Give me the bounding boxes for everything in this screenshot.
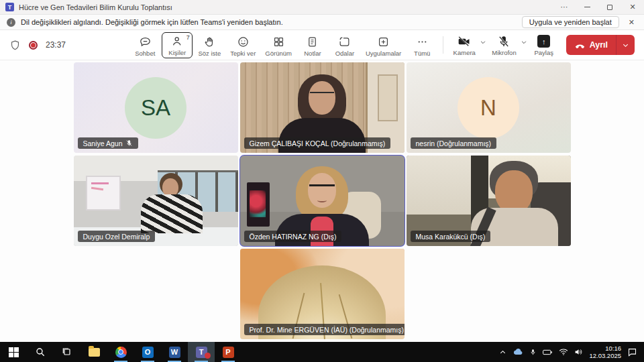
leave-button[interactable]: Ayrıl — [566, 35, 635, 55]
minimize-icon — [584, 7, 590, 7]
hangup-icon — [574, 40, 586, 51]
teams-app-icon: T — [5, 3, 14, 11]
participant-name-tag: Prof. Dr. Mine ERGÜVEN (İAÜ) (Doğrulanma… — [244, 324, 405, 335]
shield-icon — [9, 40, 21, 51]
meeting-timer: 23:37 — [46, 40, 66, 50]
mic-off-icon — [497, 35, 511, 48]
teams-meeting-window: T Hücre ve Gen Tedavileri Bilim Kurulu T… — [0, 0, 644, 362]
participant-tile[interactable]: Musa Karakükcü (Dış) — [407, 156, 571, 246]
participant-tile-active-speaker[interactable]: Özden HATIRNAZ NG (Dış) — [240, 156, 405, 246]
mic-options-chevron[interactable] — [521, 36, 527, 48]
search-icon — [35, 347, 46, 357]
notes-button[interactable]: Notlar — [297, 34, 328, 58]
tray-expand-icon[interactable] — [499, 349, 506, 356]
windows-icon — [9, 347, 19, 357]
battery-icon[interactable] — [543, 349, 553, 356]
windows-taskbar: O W T P 10:16 12.03.2025 — [0, 342, 644, 362]
notification-dot — [205, 353, 211, 359]
participant-tile[interactable]: N nesrin (Doğrulanmamış) — [407, 62, 571, 153]
word-button[interactable]: W — [161, 342, 188, 362]
react-button[interactable]: Tepki ver — [226, 34, 260, 58]
leave-options-chevron[interactable] — [616, 42, 635, 49]
chat-button[interactable]: Sohbet — [129, 34, 160, 58]
recording-indicator-icon — [29, 41, 38, 50]
participant-name-tag: Özden HATIRNAZ NG (Dış) — [244, 231, 342, 242]
apps-button[interactable]: Uygulamalar — [362, 34, 405, 58]
grid-view-icon — [272, 36, 285, 48]
outlook-button[interactable]: O — [134, 342, 161, 362]
powerpoint-button[interactable]: P — [215, 342, 241, 362]
taskbar-search-button[interactable] — [27, 342, 54, 362]
avatar: N — [458, 77, 519, 139]
title-bar: T Hücre ve Gen Tedavileri Bilim Kurulu T… — [0, 0, 644, 15]
apply-restart-button[interactable]: Uygula ve yeniden başlat — [522, 16, 619, 28]
chrome-button[interactable] — [107, 342, 134, 362]
raise-hand-icon — [203, 36, 216, 48]
tray-mic-icon[interactable] — [529, 348, 537, 357]
folder-icon — [89, 348, 100, 357]
outlook-icon: O — [142, 347, 154, 358]
start-button[interactable] — [0, 342, 27, 362]
speaker-icon[interactable] — [574, 348, 583, 356]
add-app-icon — [377, 36, 390, 48]
avatar: SA — [125, 77, 186, 139]
smiley-icon — [237, 36, 250, 48]
task-view-icon — [62, 347, 72, 357]
banner-close-button[interactable]: ✕ — [626, 18, 637, 27]
people-count-badge: 7 — [186, 34, 190, 41]
share-icon: ↑ — [537, 35, 550, 48]
notes-icon — [306, 36, 319, 48]
raise-hand-button[interactable]: Söz iste — [194, 34, 225, 58]
info-icon: i — [7, 18, 15, 27]
powerpoint-icon: P — [223, 347, 234, 358]
chrome-icon — [115, 347, 127, 358]
mic-control[interactable]: Mikrofon — [488, 33, 528, 58]
participant-name-tag: Gizem ÇALIBAŞI KOÇAL (Doğrulanmamış) — [244, 137, 391, 149]
more-dots-icon — [416, 36, 429, 48]
wifi-icon[interactable] — [559, 348, 568, 356]
participant-name-tag: Duygu Ozel Demiralp — [78, 231, 156, 242]
window-title: Hücre ve Gen Tedavileri Bilim Kurulu Top… — [19, 3, 172, 11]
camera-off-icon — [458, 35, 471, 48]
rooms-icon — [338, 36, 351, 48]
participant-name-tag: nesrin (Doğrulanmamış) — [411, 137, 497, 149]
video-grid: SA Saniye Agun Gizem ÇALIBAŞI KOÇAL (Doğ… — [0, 60, 644, 342]
mic-muted-icon — [125, 139, 133, 147]
leave-label: Ayrıl — [590, 40, 608, 50]
action-center-icon[interactable] — [627, 347, 637, 357]
participant-name-tag: Musa Karakükcü (Dış) — [411, 231, 491, 242]
word-icon: W — [169, 347, 180, 358]
participant-name-tag: Saniye Agun — [78, 137, 139, 149]
window-minimize-button[interactable] — [576, 0, 598, 14]
banner-message: Dil değişiklikleri algılandı. Değişikliğ… — [21, 18, 283, 26]
window-more-button[interactable]: ⋯ — [553, 0, 576, 14]
people-icon — [171, 35, 184, 48]
camera-options-chevron[interactable] — [480, 36, 486, 48]
window-maximize-button[interactable] — [598, 0, 621, 14]
view-button[interactable]: Görünüm — [261, 34, 296, 58]
notification-banner: i Dil değişiklikleri algılandı. Değişikl… — [0, 15, 644, 30]
file-explorer-button[interactable] — [80, 342, 107, 362]
share-button[interactable]: ↑ Paylaş — [529, 33, 559, 58]
meeting-toolbar: 23:37 Sohbet 7 Kişiler Söz iste Tepki ve… — [0, 30, 644, 60]
rooms-button[interactable]: Odalar — [329, 34, 360, 58]
window-close-button[interactable]: ✕ — [621, 0, 644, 14]
participant-tile[interactable]: Prof. Dr. Mine ERGÜVEN (İAÜ) (Doğrulanma… — [240, 249, 405, 339]
more-actions-button[interactable]: Tümü — [407, 34, 437, 58]
onedrive-icon[interactable] — [513, 348, 523, 356]
taskbar-clock[interactable]: 10:16 12.03.2025 — [589, 345, 621, 359]
chat-icon — [139, 36, 152, 48]
task-view-button[interactable] — [54, 342, 80, 362]
people-button[interactable]: 7 Kişiler — [162, 32, 193, 58]
participant-tile[interactable]: Duygu Ozel Demiralp — [74, 156, 238, 246]
toolbar-divider — [443, 36, 443, 54]
participant-tile[interactable]: Gizem ÇALIBAŞI KOÇAL (Doğrulanmamış) — [240, 62, 405, 153]
camera-control[interactable]: Kamera — [449, 33, 488, 58]
maximize-icon — [607, 5, 612, 10]
participant-tile[interactable]: SA Saniye Agun — [74, 62, 238, 153]
teams-taskbar-button[interactable]: T — [188, 342, 215, 362]
